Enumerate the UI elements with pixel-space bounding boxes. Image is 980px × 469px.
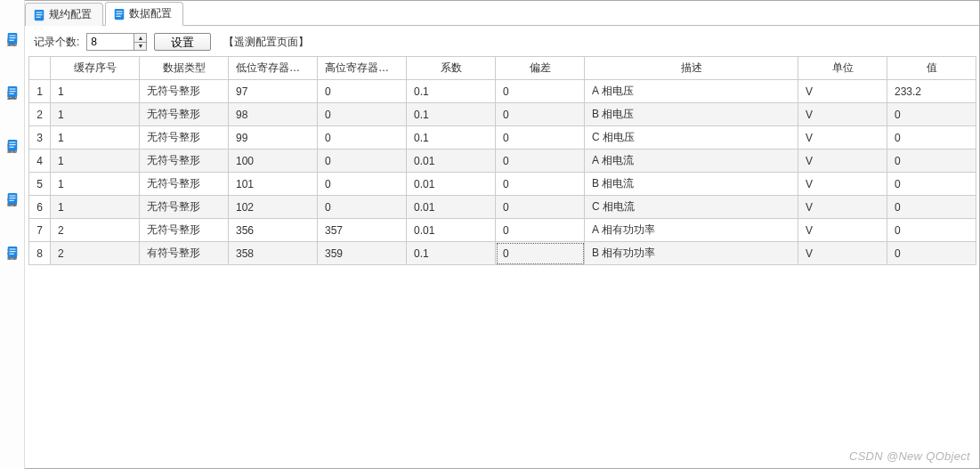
sidebar-item-3[interactable]: 遥测配置 — [5, 187, 19, 205]
cell-val[interactable]: 0 — [887, 219, 976, 242]
cell-desc[interactable]: B 相有功功率 — [585, 242, 798, 265]
table-row[interactable]: 31无符号整形9900.10C 相电压V0 — [29, 126, 976, 150]
table-row[interactable]: 61无符号整形10200.010C 相电流V0 — [29, 196, 976, 219]
table-row[interactable]: 41无符号整形10000.010A 相电流V0 — [29, 150, 976, 173]
column-header[interactable]: 系数 — [407, 57, 496, 80]
cell-cache[interactable]: 1 — [51, 173, 140, 196]
cell-cache[interactable]: 2 — [51, 242, 140, 265]
column-header[interactable]: 偏差 — [496, 57, 585, 80]
column-header[interactable]: 高位寄存器地址 — [318, 57, 407, 80]
cell-coef[interactable]: 0.01 — [407, 173, 496, 196]
set-button[interactable]: 设置 — [154, 33, 211, 51]
cell-val[interactable]: 0 — [887, 126, 976, 150]
cell-unit[interactable]: V — [798, 103, 887, 126]
cell-bias[interactable]: 0 — [496, 242, 585, 265]
cell-high[interactable]: 0 — [318, 150, 407, 173]
cell-type[interactable]: 无符号整形 — [140, 173, 229, 196]
cell-desc[interactable]: C 相电流 — [585, 196, 798, 219]
cell-bias[interactable]: 0 — [496, 196, 585, 219]
data-grid-wrap[interactable]: 缓存序号数据类型低位寄存器地址高位寄存器地址系数偏差描述单位值 11无符号整形9… — [25, 56, 979, 468]
record-count-input[interactable] — [87, 34, 134, 50]
cell-bias[interactable]: 0 — [496, 80, 585, 103]
cell-desc[interactable]: A 相有功功率 — [585, 219, 798, 242]
cell-type[interactable]: 无符号整形 — [140, 80, 229, 103]
column-header[interactable]: 值 — [887, 57, 976, 80]
cell-bias[interactable]: 0 — [496, 150, 585, 173]
cell-low[interactable]: 97 — [229, 80, 318, 103]
cell-coef[interactable]: 0.1 — [407, 126, 496, 150]
cell-cache[interactable]: 1 — [51, 150, 140, 173]
cell-bias[interactable]: 0 — [496, 173, 585, 196]
cell-high[interactable]: 0 — [318, 173, 407, 196]
cell-type[interactable]: 无符号整形 — [140, 196, 229, 219]
column-header[interactable]: 单位 — [798, 57, 887, 80]
cell-low[interactable]: 100 — [229, 150, 318, 173]
cell-coef[interactable]: 0.01 — [407, 219, 496, 242]
cell-bias[interactable]: 0 — [496, 126, 585, 150]
cell-cache[interactable]: 1 — [51, 103, 140, 126]
cell-unit[interactable]: V — [798, 173, 887, 196]
cell-desc[interactable]: C 相电压 — [585, 126, 798, 150]
cell-cache[interactable]: 1 — [51, 196, 140, 219]
spinner-up-icon[interactable]: ▲ — [134, 34, 146, 43]
cell-val[interactable]: 0 — [887, 150, 976, 173]
cell-desc[interactable]: B 相电压 — [585, 103, 798, 126]
cell-high[interactable]: 359 — [318, 242, 407, 265]
column-header[interactable]: 低位寄存器地址 — [229, 57, 318, 80]
cell-coef[interactable]: 0.01 — [407, 150, 496, 173]
cell-high[interactable]: 0 — [318, 126, 407, 150]
cell-unit[interactable]: V — [798, 219, 887, 242]
cell-desc[interactable]: B 相电流 — [585, 173, 798, 196]
cell-type[interactable]: 有符号整形 — [140, 242, 229, 265]
cell-val[interactable]: 0 — [887, 103, 976, 126]
column-header[interactable]: 缓存序号 — [51, 57, 140, 80]
table-row[interactable]: 82有符号整形3583590.10B 相有功功率V0 — [29, 242, 976, 265]
column-header[interactable]: 数据类型 — [140, 57, 229, 80]
cell-cache[interactable]: 1 — [51, 80, 140, 103]
cell-coef[interactable]: 0.1 — [407, 80, 496, 103]
cell-val[interactable]: 0 — [887, 196, 976, 219]
spinner-down-icon[interactable]: ▼ — [134, 43, 146, 51]
cell-unit[interactable]: V — [798, 242, 887, 265]
cell-high[interactable]: 0 — [318, 196, 407, 219]
cell-low[interactable]: 356 — [229, 219, 318, 242]
cell-low[interactable]: 98 — [229, 103, 318, 126]
cell-unit[interactable]: V — [798, 126, 887, 150]
cell-desc[interactable]: A 相电流 — [585, 150, 798, 173]
table-row[interactable]: 21无符号整形9800.10B 相电压V0 — [29, 103, 976, 126]
cell-coef[interactable]: 0.01 — [407, 196, 496, 219]
cell-low[interactable]: 99 — [229, 126, 318, 150]
cell-coef[interactable]: 0.1 — [407, 242, 496, 265]
cell-low[interactable]: 102 — [229, 196, 318, 219]
cell-desc[interactable]: A 相电压 — [585, 80, 798, 103]
tab-0[interactable]: 规约配置 — [25, 3, 103, 26]
cell-bias[interactable]: 0 — [496, 219, 585, 242]
cell-cache[interactable]: 1 — [51, 126, 140, 150]
sidebar-item-4[interactable]: 查询配置 — [5, 240, 19, 258]
cell-unit[interactable]: V — [798, 150, 887, 173]
table-row[interactable]: 72无符号整形3563570.010A 相有功功率V0 — [29, 219, 976, 242]
cell-val[interactable]: 0 — [887, 242, 976, 265]
cell-high[interactable]: 0 — [318, 80, 407, 103]
cell-val[interactable]: 233.2 — [887, 80, 976, 103]
cell-bias[interactable]: 0 — [496, 103, 585, 126]
table-row[interactable]: 11无符号整形9700.10A 相电压V233.2 — [29, 80, 976, 103]
cell-type[interactable]: 无符号整形 — [140, 103, 229, 126]
cell-high[interactable]: 357 — [318, 219, 407, 242]
cell-val[interactable]: 0 — [887, 173, 976, 196]
column-header[interactable]: 描述 — [585, 57, 798, 80]
tab-1[interactable]: 数据配置 — [105, 2, 183, 26]
cell-unit[interactable]: V — [798, 80, 887, 103]
table-row[interactable]: 51无符号整形10100.010B 相电流V0 — [29, 173, 976, 196]
cell-type[interactable]: 无符号整形 — [140, 126, 229, 150]
cell-type[interactable]: 无符号整形 — [140, 219, 229, 242]
data-grid[interactable]: 缓存序号数据类型低位寄存器地址高位寄存器地址系数偏差描述单位值 11无符号整形9… — [28, 56, 976, 265]
cell-unit[interactable]: V — [798, 196, 887, 219]
record-count-spinner[interactable]: ▲ ▼ — [86, 33, 147, 51]
cell-cache[interactable]: 2 — [51, 219, 140, 242]
cell-low[interactable]: 101 — [229, 173, 318, 196]
cell-high[interactable]: 0 — [318, 103, 407, 126]
cell-type[interactable]: 无符号整形 — [140, 150, 229, 173]
cell-coef[interactable]: 0.1 — [407, 103, 496, 126]
sidebar-item-0[interactable]: 缓存配置 — [5, 27, 19, 44]
